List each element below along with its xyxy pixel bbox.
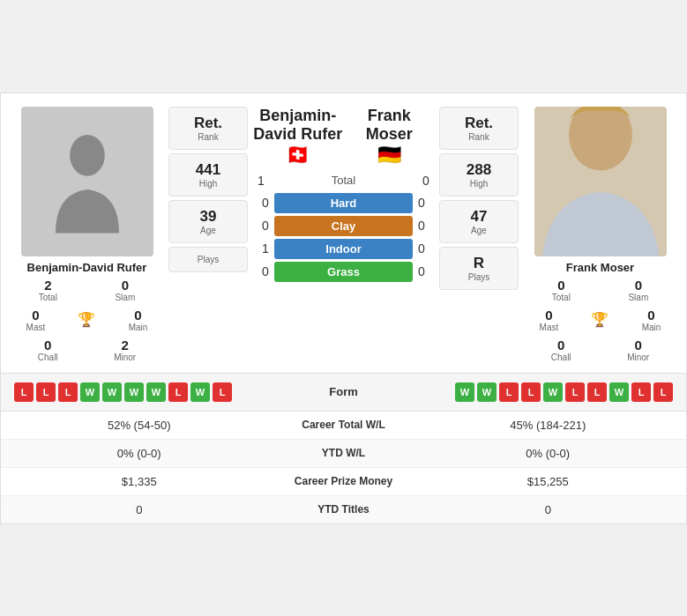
ytd-wl-center: YTD W/L bbox=[265, 447, 423, 459]
indoor-btn: Indoor bbox=[274, 239, 413, 259]
player-right-chall-value: 0 bbox=[551, 338, 571, 353]
ytd-titles-right: 0 bbox=[423, 503, 674, 516]
right-rank-col: Ret. Rank 288 High 47 Age R Plays bbox=[439, 107, 519, 290]
right-plays-box: R Plays bbox=[439, 247, 519, 290]
form-badge-l1-left: L bbox=[14, 382, 34, 402]
player-left-mast-value: 0 bbox=[26, 308, 46, 323]
left-high-label: High bbox=[173, 179, 243, 189]
indoor-score-right: 0 bbox=[413, 241, 430, 256]
player-right-slam-label: Slam bbox=[628, 293, 648, 302]
form-badge-w2-right: W bbox=[477, 382, 497, 402]
player-right-slam-value: 0 bbox=[628, 278, 648, 293]
surface-clay-row: 0 Clay 0 bbox=[257, 216, 430, 236]
left-high-value: 441 bbox=[173, 161, 243, 179]
player-right-main-value: 0 bbox=[642, 308, 661, 323]
svg-point-1 bbox=[569, 107, 632, 171]
form-section: L L L W W W W L W L Form W W L L W L L W… bbox=[1, 373, 686, 411]
player-right-main-label: Main bbox=[642, 323, 661, 332]
player-right-total-cell: 0 Total bbox=[552, 276, 571, 304]
right-ret-label: Rank bbox=[444, 132, 514, 142]
player-left-chall-label: Chall bbox=[38, 353, 58, 362]
hard-btn: Hard bbox=[274, 193, 413, 213]
clay-btn: Clay bbox=[274, 216, 413, 236]
player-left-name: Benjamin-David Rufer bbox=[27, 261, 147, 274]
form-badge-w4-right: W bbox=[609, 382, 629, 402]
player-left-main-label: Main bbox=[129, 323, 148, 332]
grass-score-left: 0 bbox=[257, 264, 274, 278]
player-left-slam-label: Slam bbox=[115, 293, 135, 302]
ytd-titles-center: YTD Titles bbox=[265, 503, 423, 516]
left-high-box: 441 High bbox=[168, 153, 248, 197]
player-left-chall-value: 0 bbox=[38, 338, 58, 353]
form-badge-w1-left: W bbox=[80, 382, 100, 402]
bottom-stats: 52% (54-50) Career Total W/L 45% (184-22… bbox=[1, 411, 686, 523]
player-right-mast-label: Mast bbox=[540, 323, 559, 332]
center-col: Benjamin-David Rufer 🇨🇭 Frank Moser 🇩🇪 1… bbox=[252, 107, 435, 282]
total-score-left: 1 bbox=[252, 174, 270, 188]
form-badge-l3-left: L bbox=[58, 382, 78, 402]
player-left-total-value: 2 bbox=[39, 278, 57, 293]
player-right-mast-cell: 0 Mast bbox=[540, 306, 559, 334]
form-badges-left: L L L W W W W L W L bbox=[14, 382, 232, 402]
player-right-chall-label: Chall bbox=[551, 353, 571, 362]
player-left-total-cell: 2 Total bbox=[39, 276, 57, 304]
total-score-right: 0 bbox=[417, 174, 435, 188]
indoor-score-left: 1 bbox=[257, 241, 274, 256]
player-right-slam-cell: 0 Slam bbox=[628, 276, 648, 304]
form-badge-w2-left: W bbox=[102, 382, 122, 402]
player-left-chall-cell: 0 Chall bbox=[38, 336, 58, 364]
trophy-right-icon: 🏆 bbox=[591, 313, 609, 327]
hard-score-left: 0 bbox=[257, 196, 274, 210]
surface-rows: 0 Hard 0 0 Clay 0 1 Indoor 0 bbox=[252, 193, 435, 282]
player-right-minor-value: 0 bbox=[627, 338, 649, 353]
player-left-minor-label: Minor bbox=[114, 353, 136, 362]
ytd-wl-row: 0% (0-0) YTD W/L 0% (0-0) bbox=[1, 440, 686, 468]
right-age-label: Age bbox=[444, 226, 514, 235]
player-left-slam-cell: 0 Slam bbox=[115, 276, 135, 304]
player-right-total-value: 0 bbox=[552, 278, 571, 293]
form-badge-l5-left: L bbox=[213, 382, 232, 402]
surface-grass-row: 0 Grass 0 bbox=[257, 262, 430, 282]
right-high-value: 288 bbox=[444, 161, 514, 179]
ytd-wl-left: 0% (0-0) bbox=[14, 447, 265, 460]
form-badge-w3-right: W bbox=[543, 382, 563, 402]
right-high-box: 288 High bbox=[439, 153, 519, 197]
career-prize-left: $1,335 bbox=[14, 475, 265, 488]
right-age-value: 47 bbox=[444, 208, 514, 226]
form-badge-w5-left: W bbox=[190, 382, 210, 402]
player-left-mast-label: Mast bbox=[26, 323, 46, 332]
right-plays-label: Plays bbox=[444, 272, 514, 282]
form-badge-l1-right: L bbox=[499, 382, 519, 402]
form-badge-w1-right: W bbox=[455, 382, 474, 402]
player-right-name: Frank Moser bbox=[566, 261, 634, 274]
player-left-main-value: 0 bbox=[129, 308, 148, 323]
form-badge-l6-right: L bbox=[653, 382, 673, 402]
player-left-avatar bbox=[21, 107, 153, 256]
player-right-mast-value: 0 bbox=[540, 308, 559, 323]
ytd-titles-row: 0 YTD Titles 0 bbox=[1, 496, 686, 523]
form-badge-w4-left: W bbox=[146, 382, 166, 402]
player-right-avatar bbox=[534, 107, 667, 256]
form-badge-l3-right: L bbox=[565, 382, 585, 402]
left-ret-label: Rank bbox=[173, 132, 243, 142]
player-right-minor-cell: 0 Minor bbox=[627, 336, 649, 364]
left-plays-label: Plays bbox=[173, 255, 243, 264]
left-player-heading: Benjamin-David Rufer bbox=[252, 107, 344, 144]
form-badge-l4-right: L bbox=[587, 382, 607, 402]
career-prize-right: $15,255 bbox=[423, 475, 674, 488]
svg-point-0 bbox=[70, 134, 105, 175]
surface-indoor-row: 1 Indoor 0 bbox=[257, 239, 430, 259]
grass-btn: Grass bbox=[274, 262, 413, 282]
total-label: Total bbox=[270, 174, 417, 187]
form-label: Form bbox=[309, 385, 379, 398]
player-right-chall-cell: 0 Chall bbox=[551, 336, 571, 364]
left-age-value: 39 bbox=[173, 208, 243, 226]
player-right-total-label: Total bbox=[552, 293, 571, 302]
player-right: Frank Moser 0 Total 0 Slam 0 Mast 🏆 bbox=[523, 107, 677, 364]
right-ret-value: Ret. bbox=[444, 115, 514, 132]
career-prize-center: Career Prize Money bbox=[265, 475, 423, 487]
surface-hard-row: 0 Hard 0 bbox=[257, 193, 430, 213]
right-plays-value: R bbox=[444, 255, 514, 272]
form-badge-l5-right: L bbox=[631, 382, 651, 402]
player-left-minor-value: 2 bbox=[114, 338, 136, 353]
